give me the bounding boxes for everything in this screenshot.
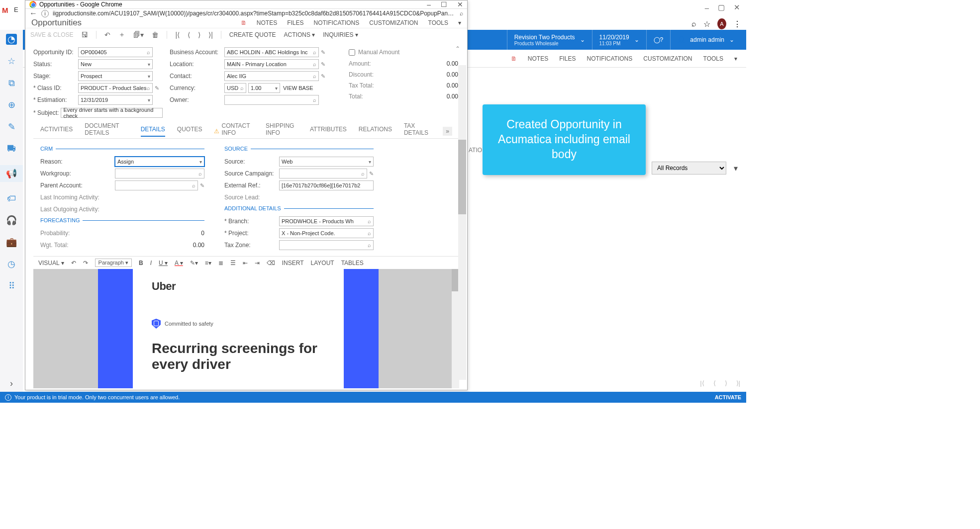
link-notes[interactable]: NOTES — [528, 55, 548, 62]
help-button[interactable]: ◯? — [646, 30, 671, 50]
tab-details[interactable]: DETAILS — [141, 126, 165, 137]
kebab-icon[interactable]: ⋮ — [733, 19, 741, 29]
align-icon[interactable]: ≡▾ — [205, 260, 211, 266]
layout-menu[interactable]: LAYOUT — [311, 260, 334, 266]
edit-icon[interactable]: ✎ — [321, 61, 325, 68]
outer-scroll-thumb[interactable] — [458, 140, 466, 214]
estimation-input[interactable]: 12/31/2019 — [78, 95, 153, 105]
underline-icon[interactable]: U ▾ — [159, 260, 168, 266]
back-icon[interactable]: ← — [29, 9, 37, 18]
funnel-icon[interactable]: ▾ — [730, 163, 741, 174]
reason-select[interactable]: Assign — [115, 157, 204, 167]
filter-select[interactable]: All Records — [652, 162, 726, 175]
workgroup-input[interactable] — [115, 169, 204, 178]
maximize-icon[interactable]: ☐ — [441, 0, 447, 8]
minimize-icon[interactable]: – — [705, 3, 709, 12]
search-icon[interactable]: ⌕ — [460, 10, 463, 17]
outdent-icon[interactable]: ⇤ — [243, 260, 248, 266]
contact-input[interactable]: Alec IIG — [224, 71, 319, 81]
first-icon[interactable]: |⟨ — [175, 31, 180, 39]
star-icon[interactable]: ☆ — [6, 56, 17, 67]
briefcase-icon[interactable]: 💼 — [6, 237, 17, 248]
data-icon[interactable]: ⧉ — [6, 78, 17, 88]
last-icon[interactable]: ⟩| — [208, 31, 213, 39]
owner-input[interactable] — [224, 95, 319, 105]
search-icon[interactable]: ⌕ — [691, 19, 696, 28]
truck-icon[interactable]: ⛟ — [6, 143, 17, 154]
delete-icon[interactable]: 🗑 — [152, 31, 159, 39]
prev-icon[interactable]: ⟨ — [188, 31, 190, 39]
status-select[interactable]: New — [78, 59, 153, 69]
parent-acct-input[interactable] — [115, 180, 198, 190]
edit-icon[interactable]: ✎ — [155, 85, 159, 91]
link-tools[interactable]: TOOLS — [703, 55, 723, 62]
class-input[interactable]: PRODUCT - Product Sales O — [78, 83, 153, 93]
stage-select[interactable]: Prospect — [78, 71, 153, 81]
date-selector[interactable]: 11/20/2019 11:03 PM ⌄ — [592, 30, 646, 50]
currency-input[interactable]: USD — [224, 83, 246, 93]
link-notifications[interactable]: NOTIFICATIONS — [314, 19, 360, 26]
project-input[interactable]: X - Non-Project Code. — [279, 228, 374, 238]
tab-contact-info[interactable]: CONTACT INFO — [221, 122, 254, 140]
site-info-icon[interactable]: i — [41, 10, 49, 17]
company-selector[interactable]: Revision Two Products Products Wholesale… — [507, 30, 592, 50]
tab-relations[interactable]: RELATIONS — [359, 126, 392, 137]
location-input[interactable]: MAIN - Primary Location — [224, 59, 319, 69]
list-ol-icon[interactable]: ≣ — [218, 260, 223, 266]
font-color-icon[interactable]: A ▾ — [175, 260, 183, 266]
undo-icon[interactable]: ↶ — [104, 31, 110, 39]
close-icon[interactable]: ✕ — [457, 0, 463, 8]
plus-circle-icon[interactable]: ⊕ — [6, 99, 17, 110]
manual-amount-checkbox[interactable] — [349, 49, 355, 56]
next-icon[interactable]: ⟩ — [198, 31, 200, 39]
headset-icon[interactable]: 🎧 — [6, 215, 17, 226]
add-icon[interactable]: ＋ — [118, 30, 125, 39]
tab-quotes[interactable]: QUOTES — [177, 126, 202, 137]
create-quote-button[interactable]: CREATE QUOTE — [229, 31, 276, 38]
user-menu[interactable]: 👤 admin admin ⌄ — [670, 30, 741, 50]
link-files[interactable]: FILES — [559, 55, 576, 62]
copy-icon[interactable]: 🗐▾ — [133, 31, 144, 39]
source-select[interactable]: Web — [279, 157, 374, 167]
link-tools[interactable]: TOOLS — [428, 19, 448, 26]
first-page-icon[interactable]: |⟨ — [700, 379, 704, 387]
minimize-icon[interactable]: – — [427, 0, 431, 8]
link-files[interactable]: FILES — [287, 19, 303, 26]
tab-attributes[interactable]: ATTRIBUTES — [310, 126, 347, 137]
next-page-icon[interactable]: ⟩ — [725, 379, 727, 387]
last-page-icon[interactable]: ⟩| — [736, 379, 740, 387]
tables-menu[interactable]: TABLES — [341, 260, 364, 266]
outer-scrollbar[interactable] — [458, 65, 466, 380]
tab-doc-details[interactable]: DOCUMENT DETAILS — [85, 122, 128, 140]
link-customization[interactable]: CUSTOMIZATION — [369, 19, 418, 26]
tab-shipping[interactable]: SHIPPING INFO — [266, 122, 298, 140]
branch-input[interactable]: PRODWHOLE - Products Wh — [279, 216, 374, 226]
edit-icon[interactable]: ✎ — [6, 121, 17, 132]
italic-icon[interactable]: I — [150, 260, 152, 266]
insert-menu[interactable]: INSERT — [282, 260, 304, 266]
subject-input[interactable]: Every driver starts with a background ch… — [61, 108, 163, 118]
activate-button[interactable]: ACTIVATE — [715, 394, 741, 400]
rate-input[interactable]: 1.00 — [248, 83, 280, 93]
tag-icon[interactable]: 🏷 — [6, 193, 17, 204]
indent-icon[interactable]: ⇥ — [255, 260, 260, 266]
clear-icon[interactable]: ⌫ — [267, 260, 275, 266]
link-customization[interactable]: CUSTOMIZATION — [643, 55, 692, 62]
link-notifications[interactable]: NOTIFICATIONS — [587, 55, 633, 62]
redo-icon[interactable]: ↷ — [83, 260, 88, 266]
biz-acct-input[interactable]: ABC HOLDIN - ABC Holdings Inc — [224, 47, 319, 57]
rte-content[interactable]: Uber Committed to safety Recurring scree… — [33, 269, 459, 388]
megaphone-icon[interactable]: 📢 — [0, 165, 23, 182]
edit-icon[interactable]: ✎ — [369, 171, 374, 177]
avatar[interactable]: A — [717, 18, 726, 29]
url-text[interactable]: iigproductionsite.com/ACU19107_SAM/(W(10… — [53, 10, 456, 17]
prev-page-icon[interactable]: ⟨ — [713, 379, 716, 387]
highlight-icon[interactable]: ✎▾ — [190, 260, 198, 266]
edit-icon[interactable]: ✎ — [321, 73, 325, 80]
inquiries-menu[interactable]: INQUIRIES ▾ — [323, 31, 358, 38]
maximize-icon[interactable]: ▢ — [718, 3, 725, 12]
expand-icon[interactable]: › — [6, 378, 17, 389]
opp-id-input[interactable]: OP000405 — [78, 47, 153, 57]
edit-icon[interactable]: ✎ — [321, 49, 325, 56]
paragraph-select[interactable]: Paragraph ▾ — [95, 259, 132, 267]
